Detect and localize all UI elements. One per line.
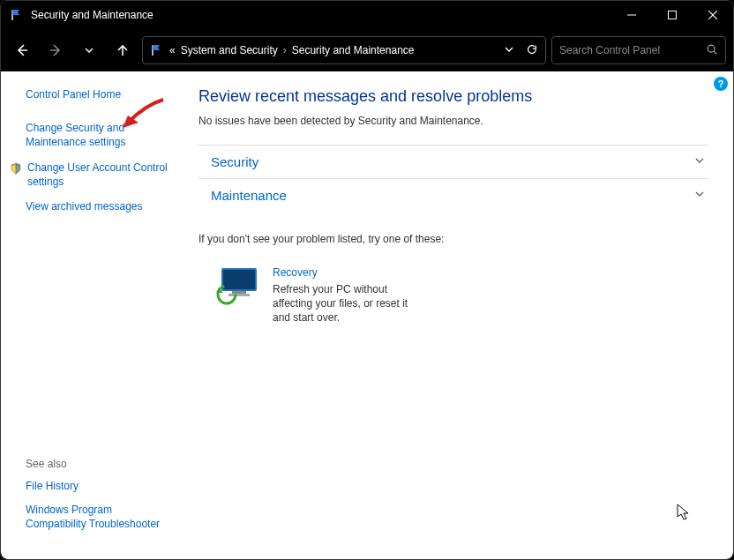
recovery-desc: Refresh your PC without affecting your f… bbox=[273, 282, 424, 325]
compat-troubleshooter-link[interactable]: Windows Program Compatibility Troublesho… bbox=[26, 503, 174, 531]
titlebar: Security and Maintenance bbox=[1, 1, 733, 29]
svg-rect-11 bbox=[232, 291, 246, 294]
search-placeholder: Search Control Panel bbox=[559, 44, 706, 56]
main-panel: Review recent messages and resolve probl… bbox=[186, 71, 733, 559]
chevron-down-icon bbox=[694, 155, 705, 168]
see-also-heading: See also bbox=[26, 458, 174, 470]
page-subtitle: No issues have been detected by Security… bbox=[198, 115, 708, 127]
panel-label: Maintenance bbox=[211, 188, 694, 203]
breadcrumb-prefix: « bbox=[169, 44, 176, 56]
sidebar: Control Panel Home Change Security and M… bbox=[1, 71, 186, 559]
close-button[interactable] bbox=[693, 1, 733, 29]
chevron-down-icon bbox=[694, 189, 705, 202]
search-icon bbox=[706, 43, 718, 58]
recovery-link[interactable]: Recovery bbox=[273, 266, 424, 279]
window-controls bbox=[611, 1, 733, 29]
back-button[interactable] bbox=[8, 36, 36, 64]
recovery-block: Recovery Refresh your PC without affecti… bbox=[216, 266, 708, 325]
recovery-icon bbox=[216, 266, 260, 305]
shield-icon bbox=[10, 162, 22, 177]
chevron-down-icon[interactable] bbox=[505, 44, 513, 56]
svg-point-7 bbox=[708, 45, 715, 52]
try-one-text: If you don't see your problem listed, tr… bbox=[198, 233, 708, 245]
search-input[interactable]: Search Control Panel bbox=[551, 36, 726, 64]
toolbar: « System and Security › Security and Mai… bbox=[1, 29, 733, 71]
control-panel-home-link[interactable]: Control Panel Home bbox=[26, 87, 174, 101]
file-history-link[interactable]: File History bbox=[26, 479, 174, 493]
content-area: ? Control Panel Home Change Security and… bbox=[1, 71, 733, 559]
up-button[interactable] bbox=[109, 36, 137, 64]
chevron-right-icon: › bbox=[283, 44, 287, 56]
maintenance-expander[interactable]: Maintenance bbox=[198, 178, 708, 212]
change-uac-settings-link[interactable]: Change User Account Control settings bbox=[27, 161, 174, 189]
refresh-button[interactable] bbox=[526, 43, 538, 58]
recent-button[interactable] bbox=[75, 36, 103, 64]
maximize-button[interactable] bbox=[652, 1, 693, 29]
svg-rect-10 bbox=[223, 270, 255, 289]
window-title: Security and Maintenance bbox=[31, 9, 611, 21]
page-title: Review recent messages and resolve probl… bbox=[198, 87, 708, 106]
breadcrumb-item[interactable]: Security and Maintenance bbox=[292, 44, 415, 56]
minimize-button[interactable] bbox=[611, 1, 652, 29]
flag-icon bbox=[10, 8, 24, 22]
svg-rect-1 bbox=[669, 11, 677, 19]
mouse-cursor-icon bbox=[677, 504, 691, 521]
panel-label: Security bbox=[211, 154, 694, 169]
forward-button[interactable] bbox=[41, 36, 70, 64]
security-expander[interactable]: Security bbox=[198, 145, 708, 178]
address-bar[interactable]: « System and Security › Security and Mai… bbox=[142, 36, 546, 64]
view-archived-messages-link[interactable]: View archived messages bbox=[26, 199, 174, 213]
breadcrumb-item[interactable]: System and Security bbox=[181, 44, 278, 56]
flag-icon bbox=[150, 43, 164, 57]
svg-rect-12 bbox=[228, 294, 250, 296]
change-security-settings-link[interactable]: Change Security and Maintenance settings bbox=[26, 121, 174, 149]
svg-line-8 bbox=[714, 51, 716, 54]
